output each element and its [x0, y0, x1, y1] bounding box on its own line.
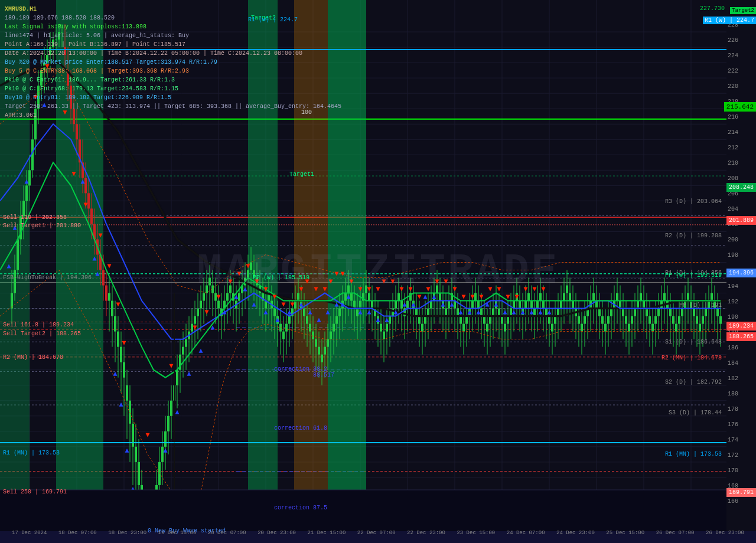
price-r3mn: 201.889	[726, 216, 756, 225]
time-label-9: 23 Dec 15:00	[457, 530, 495, 536]
time-axis: 17 Dec 2024 18 Dec 07:00 18 Dec 23:00 19…	[0, 530, 756, 536]
label-s1d: S1 (D) | 186.648	[663, 338, 724, 346]
price-208: 208.248	[726, 183, 756, 192]
time-label-13: 26 Dec 07:00	[656, 530, 695, 536]
time-label-4: 20 Dec 07:00	[208, 530, 246, 536]
label-s3d: S3 (D) | 178.44	[667, 409, 724, 417]
price-215: 215.642	[724, 102, 756, 112]
time-label-12: 25 Dec 15:00	[606, 530, 644, 536]
time-label-14: 26 Dec 23:00	[706, 530, 744, 536]
price-r1w: R1 (w) | 224.7	[703, 17, 756, 24]
price-current227: 227.730	[698, 5, 726, 12]
time-label-11: 24 Dec 23:00	[556, 530, 595, 536]
price-188: 188.265	[726, 332, 756, 341]
label-r2d: R2 (D) | 199.208	[663, 232, 724, 240]
label-r3d: R3 (D) | 203.064	[663, 198, 724, 205]
price-169: 169.791	[726, 488, 756, 497]
time-label-3: 19 Dec 15:00	[158, 530, 197, 536]
time-label-2: 18 Dec 23:00	[108, 530, 146, 536]
price-189: 189.234	[726, 322, 756, 331]
time-label-5: 20 Dec 23:00	[258, 530, 296, 536]
label-ppw: PP (w) | 195.519	[663, 272, 724, 279]
label-r2mn: R2 (MN) | 184.678	[660, 354, 724, 362]
label-r1mn: R1 (MN) | 173.53	[663, 450, 724, 458]
time-label-0: 17 Dec 2024	[12, 530, 47, 536]
label-s2d: S2 (D) | 182.792	[663, 378, 724, 386]
price-194: 194.396	[726, 269, 756, 277]
time-label-1: 18 Dec 07:00	[58, 530, 97, 536]
time-label-8: 22 Dec 23:00	[407, 530, 445, 536]
label-ppd: PP (D) | 191	[677, 302, 724, 309]
price-target2: Target2	[730, 7, 756, 14]
time-label-10: 24 Dec 07:00	[507, 530, 545, 536]
price-chart	[0, 0, 756, 543]
time-label-7: 22 Dec 07:00	[357, 530, 396, 536]
time-label-6: 21 Dec 15:00	[307, 530, 346, 536]
chart-container: MARGITZITRADE XMRUSD.H1 189.189 189.676 …	[0, 0, 756, 543]
